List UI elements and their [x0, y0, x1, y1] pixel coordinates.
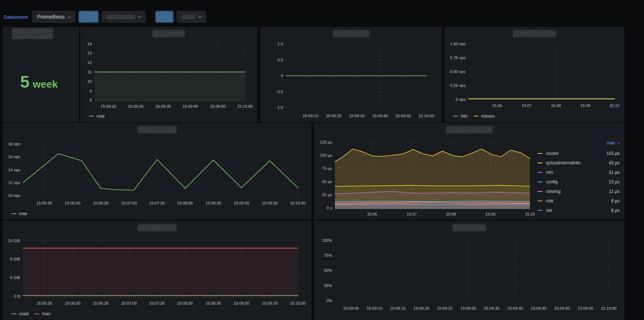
x-axis-tick-label: 15:10:00	[232, 104, 257, 109]
x-axis-tick-label: 15:09:55	[573, 306, 598, 311]
legend-table-row[interactable]: set8 µs	[538, 206, 620, 215]
x-axis-tick-label: 15:10:00	[596, 306, 622, 311]
x-axis-tick-label: 15:08	[438, 212, 464, 217]
legend-item[interactable]: used	[11, 311, 29, 316]
chevron-down-icon	[617, 141, 620, 144]
panel-header[interactable]	[3, 221, 311, 234]
legend-table-row[interactable]: config13 µs	[538, 177, 620, 187]
panel-command-latency: 125 µs100 µs75 µs50 µs25 µs0 s15:0615:07…	[314, 123, 624, 220]
y-axis-tick-label: 13	[81, 50, 92, 56]
legend-series-color	[11, 213, 16, 214]
redacted-variable-picker[interactable]	[177, 11, 206, 23]
legend-series-label: cluster	[546, 151, 559, 156]
legend-item[interactable]: hits	[453, 114, 468, 119]
panel-header[interactable]	[315, 221, 624, 234]
panel-zero-series: 1.00.50-0.5-1.015:09:1015:09:2015:09:301…	[261, 27, 441, 122]
panel-memory: 14 GiB9 GiB5 GiB0 B15:05:3015:06:0015:06…	[3, 221, 311, 320]
timeseries-plot[interactable]: 1.00.50-0.5-1.015:09:1015:09:2015:09:301…	[261, 40, 441, 122]
x-axis-tick-label: 15:09:45	[526, 306, 551, 311]
panel-header[interactable]	[315, 123, 624, 136]
legend-series-label: used	[19, 311, 29, 316]
timeseries-plot[interactable]: 14131211109815:09:1015:09:2015:09:3015:0…	[81, 40, 256, 111]
legend-table-row[interactable]: info31 µs	[538, 168, 620, 177]
x-axis-tick-label: 15:09	[478, 212, 503, 217]
x-axis-tick-label: 15:10:00	[414, 113, 439, 118]
legend-series-color	[538, 163, 543, 163]
y-axis-tick-label: 14 GiB	[3, 238, 20, 243]
x-axis-tick-label: 15:09:20	[408, 306, 434, 311]
legend-series-label: config	[546, 179, 558, 184]
x-axis-tick-label: 15:06:30	[88, 201, 113, 206]
x-axis-tick-label: 15:09:40	[502, 306, 528, 311]
panel-header[interactable]	[3, 123, 311, 136]
x-axis-tick-label: 15:09:15	[385, 306, 411, 311]
legend-table-row[interactable]: qcloudinternalinfo43 µs	[538, 158, 620, 168]
x-axis-tick-label: 15:07	[514, 103, 539, 108]
legend-series-value: 31 µs	[609, 170, 620, 175]
x-axis-tick-label: 15:09:20	[321, 113, 346, 118]
legend-table: maxcluster115 µsqcloudinternalinfo43 µsi…	[532, 136, 624, 219]
legend-table-row[interactable]: cluster115 µs	[538, 149, 620, 158]
x-axis-tick-label: 15:09:40	[367, 113, 393, 118]
legend-item[interactable]: misses	[474, 114, 495, 119]
x-axis-tick-label: 15:09:50	[390, 113, 416, 118]
legend-series-color	[538, 191, 543, 192]
panel-header[interactable]	[81, 27, 256, 40]
y-axis-tick-label: 0 ops	[445, 97, 466, 102]
x-axis-tick-label: 15:09:50	[549, 306, 575, 311]
legend-sort-header[interactable]: max	[538, 140, 620, 145]
legend-series-color	[453, 116, 458, 117]
panel-header[interactable]	[261, 27, 441, 40]
legend-item[interactable]: now	[89, 114, 105, 119]
x-axis-tick-label: 15:06	[484, 103, 510, 108]
legend-series-label: misses	[481, 114, 495, 119]
datasource-label: Datasource	[4, 14, 28, 20]
y-axis-tick-label: -0.5	[261, 89, 283, 94]
datasource-picker[interactable]: Prometheus	[32, 11, 75, 23]
dashboard-toolbar: Datasource Prometheus	[4, 11, 206, 23]
y-axis-tick-label: 14	[81, 41, 92, 46]
x-axis-tick-label: 15:09	[573, 103, 598, 108]
legend: now	[81, 111, 256, 122]
legend-series-value: 11 µs	[609, 189, 620, 194]
panel-header[interactable]	[3, 27, 79, 40]
panel-title-redacted	[513, 30, 556, 37]
legend-item[interactable]: max	[34, 311, 50, 316]
y-axis-tick-label: 1.00 ops	[445, 41, 466, 46]
x-axis-tick-label: 15:08:30	[200, 201, 226, 206]
y-axis-tick-label: 10	[81, 79, 92, 84]
y-axis-tick-label: 0.50 ops	[445, 69, 466, 74]
x-axis-tick-label: 15:10:00	[285, 201, 310, 206]
legend-series-color	[538, 153, 543, 154]
legend-series-label: role	[546, 198, 553, 203]
legend-series-color	[11, 313, 16, 314]
panel-title-redacted	[333, 30, 369, 37]
y-axis-tick-label: 0.75 ops	[445, 55, 466, 60]
timeseries-plot[interactable]: 14 GiB9 GiB5 GiB0 B15:05:3015:06:0015:06…	[3, 234, 311, 308]
y-axis-tick-label: 0	[261, 73, 283, 78]
legend-table-row[interactable]: role8 µs	[538, 196, 620, 206]
legend-item[interactable]: now	[11, 211, 27, 216]
y-axis-tick-label: 0.25 ops	[445, 83, 466, 88]
timeseries-plot[interactable]: 100%75%50%25%0%15:09:0515:09:1015:09:151…	[315, 234, 624, 319]
x-axis-tick-label: 15:08:30	[200, 301, 226, 306]
legend-series-color	[538, 172, 543, 173]
y-axis-tick-label: 0%	[315, 298, 332, 303]
timeseries-plot[interactable]: 1.00 ops0.75 ops0.50 ops0.25 ops0 ops15:…	[445, 40, 624, 111]
y-axis-tick-label: 0 s	[315, 205, 332, 210]
x-axis-tick-label: 15:08:00	[172, 301, 198, 306]
panel-header[interactable]	[445, 27, 624, 40]
x-axis-tick-label: 15:08	[543, 103, 569, 108]
chevron-down-icon	[68, 14, 71, 18]
redacted-variable-picker[interactable]	[102, 11, 146, 23]
panel-cpu: 100%75%50%25%0%15:09:0515:09:1015:09:151…	[314, 221, 624, 320]
stat-unit: week	[33, 79, 58, 90]
y-axis-tick-label: 9	[81, 88, 92, 94]
x-axis-tick-label: 15:09:40	[177, 104, 203, 109]
legend-series-value: 115 µs	[607, 151, 620, 156]
x-axis-tick-label: 15:09:10	[95, 104, 121, 109]
timeseries-plot[interactable]: 125 µs100 µs75 µs50 µs25 µs0 s15:0615:07…	[315, 136, 532, 219]
y-axis-tick-label: 0.5	[261, 57, 283, 62]
legend-table-row[interactable]: slowlog11 µs	[538, 187, 620, 196]
timeseries-plot[interactable]: 18 ops16 ops14 ops12 ops10 ops15:05:3015…	[3, 136, 311, 208]
